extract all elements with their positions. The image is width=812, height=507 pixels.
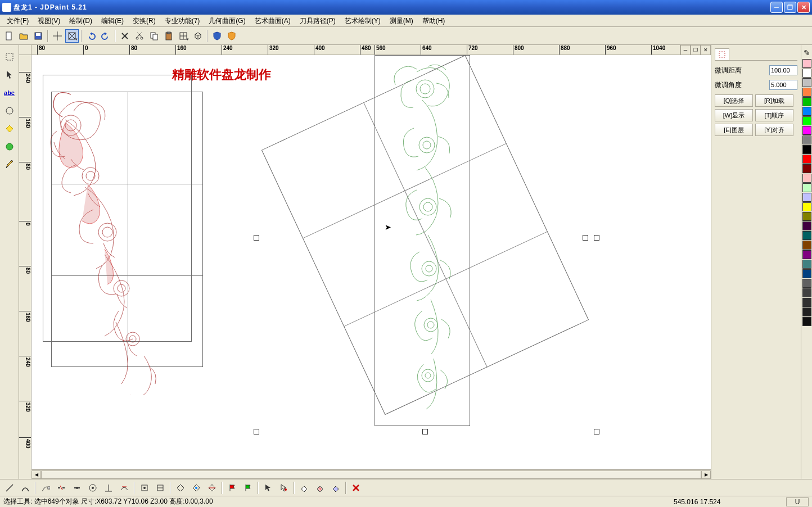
square-tool-2[interactable] bbox=[153, 481, 168, 495]
save-button[interactable] bbox=[31, 29, 45, 43]
crosshair-button[interactable] bbox=[51, 29, 64, 43]
align-button[interactable]: [Y]对齐 bbox=[755, 124, 793, 136]
selection-handle[interactable] bbox=[594, 429, 599, 434]
color-swatch[interactable] bbox=[802, 107, 811, 116]
color-swatch[interactable] bbox=[802, 260, 811, 269]
selection-handle[interactable] bbox=[254, 429, 259, 434]
diamond-tool-3[interactable] bbox=[205, 481, 219, 495]
selection-handle[interactable] bbox=[254, 235, 259, 241]
minimize-button[interactable]: ─ bbox=[770, 2, 783, 13]
cube-button[interactable] bbox=[191, 29, 205, 43]
selection-handle[interactable] bbox=[422, 429, 428, 434]
scroll-right-button[interactable]: ▶ bbox=[701, 470, 711, 479]
menu-art-surface[interactable]: 艺术曲面(A) bbox=[250, 15, 295, 26]
menu-view[interactable]: 视图(V) bbox=[33, 15, 65, 26]
break-tool[interactable] bbox=[54, 481, 69, 495]
menu-pro[interactable]: 专业功能(7) bbox=[160, 15, 205, 26]
load-button[interactable]: [R]加载 bbox=[755, 94, 793, 107]
open-button[interactable] bbox=[17, 29, 30, 43]
color-swatch[interactable] bbox=[802, 183, 811, 192]
menu-geo-surface[interactable]: 几何曲面(G) bbox=[204, 15, 250, 26]
doc-restore-button[interactable]: ❐ bbox=[691, 45, 701, 55]
arrow-tool-1[interactable] bbox=[261, 481, 276, 495]
diamond-tool-1[interactable] bbox=[173, 481, 188, 495]
distance-input[interactable] bbox=[769, 65, 797, 75]
snap-button[interactable] bbox=[65, 29, 79, 43]
color-swatch[interactable] bbox=[802, 145, 811, 154]
tangent-tool[interactable] bbox=[117, 481, 132, 495]
menu-art-draw[interactable]: 艺术绘制(Y) bbox=[340, 15, 385, 26]
display-button[interactable]: [W]显示 bbox=[715, 109, 753, 121]
color-swatch[interactable] bbox=[802, 288, 811, 297]
curve-tool[interactable] bbox=[18, 481, 33, 495]
color-swatch[interactable] bbox=[802, 155, 811, 164]
join-tool[interactable] bbox=[70, 481, 84, 495]
node-edit-tool[interactable] bbox=[38, 481, 53, 495]
cut-button[interactable] bbox=[133, 29, 146, 43]
diamond-tool[interactable] bbox=[2, 121, 17, 136]
eyedropper-icon[interactable]: ✎ bbox=[800, 47, 813, 58]
menu-help[interactable]: 帮助(H) bbox=[418, 15, 450, 26]
cancel-tool[interactable] bbox=[349, 481, 363, 495]
color-swatch[interactable] bbox=[802, 135, 811, 144]
close-button[interactable]: ✕ bbox=[797, 2, 810, 13]
menu-transform[interactable]: 变换(R) bbox=[128, 15, 160, 26]
shield-orange-button[interactable] bbox=[225, 29, 238, 43]
color-swatch[interactable] bbox=[802, 231, 811, 240]
color-swatch[interactable] bbox=[802, 193, 811, 202]
eraser-tool-2[interactable] bbox=[313, 481, 327, 495]
select-button[interactable]: [Q]选择 bbox=[715, 94, 753, 107]
canvas[interactable]: 精雕软件盘龙制作 bbox=[31, 55, 711, 469]
doc-close-button[interactable]: ✕ bbox=[701, 45, 711, 55]
color-swatch[interactable] bbox=[802, 88, 811, 97]
angle-input[interactable] bbox=[769, 80, 797, 90]
selection-tool[interactable] bbox=[2, 49, 17, 64]
scroll-left-button[interactable]: ◀ bbox=[31, 470, 41, 479]
color-swatch[interactable] bbox=[802, 202, 811, 211]
maximize-button[interactable]: ❐ bbox=[784, 2, 796, 13]
color-swatch[interactable] bbox=[802, 221, 811, 230]
diamond-tool-2[interactable] bbox=[189, 481, 204, 495]
selection-handle[interactable] bbox=[583, 235, 588, 241]
ruler-horizontal[interactable]: 80 0 80 160 240 320 400 480 560 640 720 … bbox=[31, 45, 711, 55]
layer-button[interactable]: [E]图层 bbox=[715, 124, 753, 136]
scrollbar-horizontal[interactable]: ◀ ▶ bbox=[31, 469, 711, 479]
color-swatch[interactable] bbox=[802, 317, 811, 326]
arrow-tool-2[interactable] bbox=[277, 481, 291, 495]
undo-button[interactable] bbox=[84, 29, 98, 43]
color-tool[interactable] bbox=[2, 139, 17, 154]
order-button[interactable]: [T]顺序 bbox=[755, 109, 793, 121]
text-tool[interactable]: abc bbox=[2, 85, 17, 100]
panel-tab[interactable] bbox=[715, 48, 729, 61]
menu-draw[interactable]: 绘制(D) bbox=[65, 15, 97, 26]
eraser-tool-1[interactable] bbox=[297, 481, 312, 495]
menu-edit[interactable]: 编辑(E) bbox=[97, 15, 128, 26]
pointer-tool[interactable] bbox=[2, 67, 17, 82]
color-swatch[interactable] bbox=[802, 250, 811, 259]
color-swatch[interactable] bbox=[802, 212, 811, 221]
selection-handle[interactable] bbox=[594, 235, 599, 241]
color-swatch[interactable] bbox=[802, 241, 811, 250]
color-swatch[interactable] bbox=[802, 279, 811, 288]
paste-button[interactable] bbox=[162, 29, 175, 43]
new-button[interactable] bbox=[2, 29, 16, 43]
menu-measure[interactable]: 测量(M) bbox=[385, 15, 418, 26]
eraser-tool-3[interactable] bbox=[328, 481, 343, 495]
redo-button[interactable] bbox=[99, 29, 112, 43]
color-swatch[interactable] bbox=[802, 269, 811, 278]
copy-button[interactable] bbox=[147, 29, 161, 43]
color-swatch[interactable] bbox=[802, 78, 811, 87]
flag-tool-2[interactable] bbox=[241, 481, 255, 495]
color-swatch[interactable] bbox=[802, 307, 811, 316]
ellipse-tool[interactable] bbox=[2, 103, 17, 118]
menu-file[interactable]: 文件(F) bbox=[2, 15, 33, 26]
ruler-vertical[interactable]: 240 160 80 0 80 160 240 320 400 bbox=[19, 55, 31, 469]
color-swatch[interactable] bbox=[802, 69, 811, 78]
perpendicular-tool[interactable] bbox=[101, 481, 116, 495]
color-swatch[interactable] bbox=[802, 116, 811, 125]
square-tool-1[interactable] bbox=[137, 481, 152, 495]
color-swatch[interactable] bbox=[802, 97, 811, 106]
circle-node-tool[interactable] bbox=[85, 481, 100, 495]
flag-tool-1[interactable] bbox=[225, 481, 240, 495]
color-swatch[interactable] bbox=[802, 126, 811, 135]
